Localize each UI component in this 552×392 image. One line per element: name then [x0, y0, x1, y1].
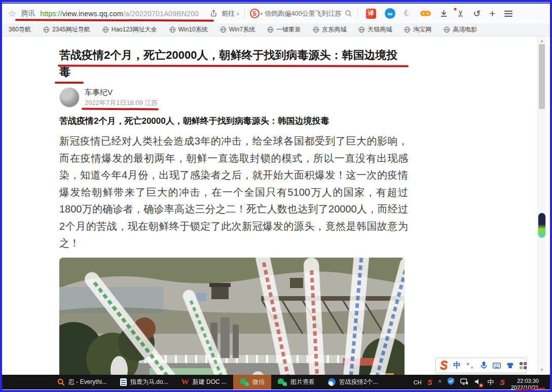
article-image[interactable]	[59, 258, 404, 375]
infinity-extension-icon[interactable]: ∞	[385, 8, 395, 19]
search-icon[interactable]	[345, 10, 352, 17]
taskbar-item-browser[interactable]: 苦战疫情2个...	[321, 375, 385, 389]
ime-keyboard-icon[interactable]	[493, 363, 501, 369]
scroll-progress-pill[interactable]	[538, 213, 545, 237]
bookmark-label: Win10系统	[178, 25, 208, 34]
notification-dot	[454, 8, 457, 10]
ime-microphone-icon[interactable]	[481, 362, 487, 369]
browser-icon	[328, 378, 336, 386]
screenshot-scissors-icon[interactable]: ✂	[455, 10, 466, 17]
bookmark-item[interactable]: Win7系统	[220, 25, 255, 34]
word-document-icon	[120, 378, 127, 386]
night-mode-icon[interactable]: ☾	[402, 7, 413, 20]
browser-window: ☆ 腾讯 https://view.inews.qq.com/a/2022070…	[0, 0, 552, 392]
author-avatar[interactable]	[59, 87, 80, 108]
toolbar-separator	[357, 9, 358, 18]
bookmark-label: Hao123网址大全	[112, 25, 157, 34]
toolbar-extensions: 译 ∞ ☾ ✂ ↺ +	[366, 8, 512, 20]
wechat-icon	[240, 378, 249, 386]
new-tab-icon[interactable]: +	[489, 8, 495, 20]
red-underline-date	[82, 108, 159, 110]
chevron-right-icon: ›	[237, 10, 239, 17]
bookmark-item[interactable]: 360导航	[9, 25, 31, 34]
go-label: 前往	[222, 10, 235, 17]
sogou-logo-icon[interactable]: S	[440, 360, 448, 371]
balloon-photo-illustration	[59, 258, 404, 375]
vertical-scrollbar[interactable]: ▲ ▼	[537, 37, 546, 375]
author-meta: 车事纪V 2022年7月1日18:09 江苏	[85, 87, 158, 108]
go-button[interactable]: 前往›	[222, 9, 239, 18]
toolbar-separator	[244, 9, 245, 18]
globe-icon	[220, 26, 227, 33]
bookmark-item[interactable]: 一键重装	[267, 25, 301, 34]
red-underline-title-2	[55, 82, 84, 84]
wechat-icon	[278, 378, 287, 386]
bookmark-item[interactable]: Win10系统	[169, 25, 208, 34]
taskbar-item-label: 忍 - Everythi...	[68, 378, 107, 386]
ime-mode-indicator[interactable]: 中	[488, 378, 494, 387]
bookmark-label: 天猫商城	[367, 25, 392, 34]
taskbar: 忍 - Everythi... 指鹿为马.do... W 新建 DOC ... …	[2, 375, 550, 389]
bookmark-item[interactable]: 天猫商城	[358, 25, 392, 34]
ime-language-toggle[interactable]: 中	[453, 361, 461, 370]
taskbar-item-label: 指鹿为马.do...	[130, 378, 168, 386]
ime-skin-icon[interactable]	[506, 362, 514, 369]
taskbar-item-label: 微信	[252, 378, 265, 386]
sogou-search-icon[interactable]: S	[250, 9, 260, 18]
taskbar-item-everything[interactable]: 忍 - Everythi...	[51, 375, 114, 389]
ime-punctuation-toggle[interactable]: °，	[466, 361, 474, 370]
undo-icon[interactable]: ↺	[473, 8, 481, 19]
bookmark-label: 高清电影	[453, 25, 477, 34]
favorite-star-icon[interactable]: ☆	[8, 8, 16, 19]
bookmark-label: 京东商城	[322, 25, 346, 34]
scrollbar-up-arrow[interactable]: ▲	[538, 39, 546, 43]
bookmark-label: 2345网址导航	[52, 25, 90, 34]
red-underline-title-1	[58, 64, 409, 67]
scrollbar-thumb[interactable]	[539, 44, 545, 109]
translate-icon[interactable]: 译	[366, 9, 376, 19]
url-host: view.inews.qq.com	[62, 10, 123, 18]
author-block: 车事纪V 2022年7月1日18:09 江苏	[59, 87, 408, 108]
bookmark-label: 淘宝网	[413, 25, 431, 34]
sogou-tray-icon[interactable]: S	[428, 378, 432, 386]
share-icon[interactable]	[210, 10, 217, 17]
bookmark-item[interactable]: 高清电影	[444, 25, 477, 34]
network-icon[interactable]	[460, 378, 468, 387]
site-label: 腾讯	[21, 9, 35, 18]
scrollbar-down-arrow[interactable]: ▼	[538, 368, 546, 372]
bookmark-item[interactable]: 京东商城	[313, 25, 346, 34]
bookmark-item[interactable]: Hao123网址大全	[102, 25, 157, 34]
browser-toolbar: ☆ 腾讯 https://view.inews.qq.com/a/2022070…	[2, 4, 550, 23]
publish-date: 2022年7月1日18:09 江苏	[85, 98, 158, 108]
taskbar-item-image-viewer[interactable]: 图片查看	[271, 375, 321, 389]
caret-down-icon[interactable]: ▾	[261, 11, 263, 16]
author-name[interactable]: 车事纪V	[85, 87, 158, 97]
taskbar-item-label: 苦战疫情2个...	[339, 378, 378, 386]
globe-icon	[267, 26, 274, 33]
url-scheme: https://	[40, 10, 62, 18]
bookmark-label: 一键重装	[276, 25, 301, 34]
address-bar[interactable]: https://view.inews.qq.com/a/20220701A09B…	[40, 10, 199, 18]
language-indicator[interactable]: CH	[414, 379, 422, 385]
games-icon[interactable]	[420, 10, 431, 17]
tray-expand-icon[interactable]: ^	[438, 379, 441, 386]
wps-icon: W	[181, 378, 189, 386]
article-title-text: 苦战疫情2个月，死亡20000人，朝鲜终于找到病毒源头：韩国边境投毒	[59, 49, 397, 78]
clock-time: 22:03:30	[511, 378, 539, 384]
ime-toolbox-icon[interactable]	[520, 362, 527, 369]
download-icon[interactable]	[439, 9, 448, 18]
bookmark-item[interactable]: 淘宝网	[404, 25, 431, 34]
globe-icon	[444, 26, 450, 33]
security-shield-icon[interactable]	[448, 377, 454, 387]
volume-muted-icon[interactable]	[474, 378, 482, 387]
globe-icon	[404, 26, 411, 33]
globe-icon	[43, 26, 50, 33]
sogou-tray-icon[interactable]: S	[500, 378, 505, 386]
bookmark-item[interactable]: 2345网址导航	[43, 25, 90, 34]
taskbar-item-wps[interactable]: W 新建 DOC ...	[175, 375, 233, 389]
taskbar-item-word-doc[interactable]: 指鹿为马.do...	[114, 375, 175, 389]
sogou-ime-toolbar: S 中 °，	[435, 358, 527, 373]
search-suggestion[interactable]: 信鸽跑偏400公里飞到江苏	[265, 9, 342, 18]
menu-icon[interactable]	[504, 11, 512, 17]
taskbar-item-wechat[interactable]: 微信	[233, 375, 271, 389]
